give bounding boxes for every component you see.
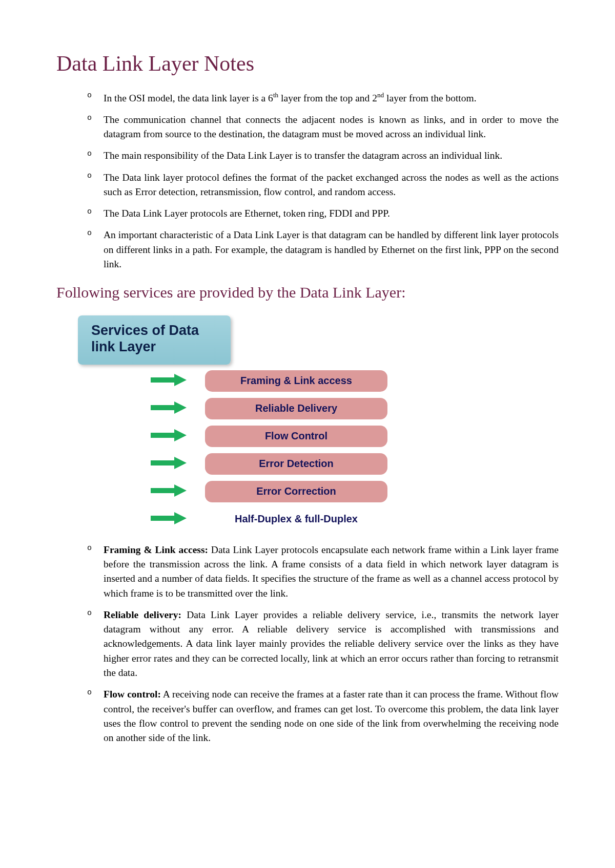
arrow-icon [150, 511, 189, 528]
document-page: Data Link Layer Notes In the OSI model, … [0, 0, 615, 796]
list-item: Flow control: A receiving node can recei… [87, 687, 559, 745]
service-box-flow-control: Flow Control [205, 426, 387, 447]
list-item: The Data link layer protocol defines the… [87, 171, 559, 200]
page-title: Data Link Layer Notes [56, 51, 559, 76]
list-item: The communication channel that connects … [87, 113, 559, 142]
list-item: An important characteristic of a Data Li… [87, 228, 559, 271]
service-box-duplex: Half-Duplex & full-Duplex [205, 509, 387, 530]
services-diagram: Services of Data link Layer Framing & Li… [78, 315, 426, 531]
svg-marker-3 [174, 401, 187, 414]
diagram-row: Framing & Link access [78, 370, 426, 392]
service-box-error-detection: Error Detection [205, 453, 387, 475]
detail-title: Framing & Link access: [104, 544, 208, 555]
diagram-row: Reliable Delivery [78, 397, 426, 420]
svg-marker-1 [174, 374, 187, 386]
svg-rect-2 [151, 405, 174, 410]
svg-marker-11 [174, 512, 187, 524]
list-item: The Data Link Layer protocols are Ethern… [87, 206, 559, 221]
svg-rect-8 [151, 488, 174, 493]
section-subtitle: Following services are provided by the D… [56, 284, 559, 301]
diagram-row: Error Detection [78, 453, 426, 475]
superscript: nd [377, 91, 384, 99]
svg-rect-4 [151, 433, 174, 438]
svg-marker-5 [174, 429, 187, 441]
detail-title: Reliable delivery: [104, 609, 181, 620]
svg-marker-7 [174, 457, 187, 469]
service-box-framing: Framing & Link access [205, 370, 387, 392]
service-box-reliable: Reliable Delivery [205, 398, 387, 419]
text-fragment: layer from the bottom. [384, 93, 476, 103]
svg-rect-10 [151, 516, 174, 521]
arrow-icon [150, 400, 189, 417]
detail-title: Flow control: [104, 689, 161, 700]
arrow-icon [150, 428, 189, 445]
diagram-header-line2: link Layer [91, 339, 217, 355]
svg-rect-0 [151, 377, 174, 383]
arrow-icon [150, 483, 189, 500]
diagram-row: Flow Control [78, 425, 426, 448]
superscript: th [273, 91, 278, 99]
diagram-header-box: Services of Data link Layer [78, 315, 231, 365]
diagram-row: Half-Duplex & full-Duplex [78, 508, 426, 531]
detail-body: A receiving node can receive the frames … [104, 689, 559, 743]
intro-list: In the OSI model, the data link layer is… [56, 90, 559, 271]
list-item: The main responsibility of the Data Link… [87, 149, 559, 163]
service-box-error-correction: Error Correction [205, 481, 387, 502]
details-list: Framing & Link access: Data Link Layer p… [56, 543, 559, 745]
arrow-icon [150, 372, 189, 390]
svg-rect-6 [151, 460, 174, 465]
svg-marker-9 [174, 484, 187, 497]
list-item: Reliable delivery: Data Link Layer provi… [87, 608, 559, 680]
text-fragment: In the OSI model, the data link layer is… [104, 93, 273, 103]
diagram-row: Error Correction [78, 480, 426, 503]
list-item: In the OSI model, the data link layer is… [87, 90, 559, 105]
text-fragment: layer from the top and 2 [278, 93, 377, 103]
list-item: Framing & Link access: Data Link Layer p… [87, 543, 559, 601]
arrow-icon [150, 455, 189, 473]
diagram-header-line1: Services of Data [91, 323, 217, 339]
